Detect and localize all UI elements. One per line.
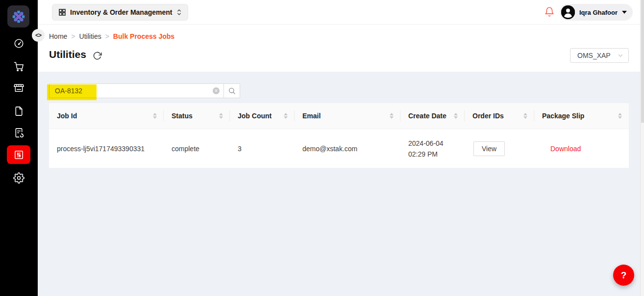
chevron-down-icon bbox=[618, 53, 623, 58]
refresh-icon bbox=[93, 51, 102, 60]
search-input-box: ✕ bbox=[49, 83, 223, 98]
column-header-status[interactable]: Status bbox=[164, 103, 230, 129]
download-link[interactable]: Download bbox=[550, 145, 581, 153]
user-name: Iqra Ghafoor bbox=[579, 9, 618, 16]
chevron-down-icon bbox=[622, 11, 627, 14]
sidebar-item-bulk-reports[interactable] bbox=[13, 127, 25, 138]
column-header-email[interactable]: Email bbox=[295, 103, 400, 129]
search-icon bbox=[228, 87, 236, 95]
collapse-arrows-icon: <> bbox=[35, 32, 41, 39]
app-switcher-button[interactable]: Inventory & Order Management bbox=[52, 4, 188, 21]
top-bar: Inventory & Order Management Iqra Ghafoo… bbox=[38, 0, 640, 25]
app-switcher-label: Inventory & Order Management bbox=[70, 8, 173, 16]
utilities-sliders-icon bbox=[13, 149, 25, 161]
sort-icon bbox=[523, 113, 527, 119]
sidebar-item-utilities-active[interactable] bbox=[7, 145, 30, 164]
app-grid-icon bbox=[58, 8, 66, 16]
breadcrumb: Home > Utilities > Bulk Process Jobs bbox=[49, 32, 174, 40]
table-row: process-lj5vi1717493390331 complete 3 de… bbox=[49, 129, 629, 168]
sidebar-item-settings[interactable] bbox=[13, 172, 25, 184]
cart-icon bbox=[13, 61, 25, 72]
sort-icon bbox=[618, 113, 622, 119]
sort-icon bbox=[390, 113, 394, 119]
view-button[interactable]: View bbox=[473, 141, 505, 156]
cell-job-id: process-lj5vi1717493390331 bbox=[49, 129, 164, 168]
clear-search-icon[interactable]: ✕ bbox=[213, 87, 220, 94]
workspace-select-value: OMS_XAP bbox=[577, 52, 611, 59]
job-search-bar: ✕ bbox=[49, 83, 240, 98]
refresh-button[interactable] bbox=[93, 51, 102, 60]
sort-icon bbox=[454, 113, 458, 119]
store-icon bbox=[13, 82, 25, 93]
xstak-logo[interactable] bbox=[7, 5, 29, 27]
swap-vertical-icon bbox=[176, 9, 182, 16]
column-header-job-id[interactable]: Job Id bbox=[49, 103, 164, 129]
app-root: <> Inventory & Order Management bbox=[0, 0, 644, 296]
workspace-select[interactable]: OMS_XAP bbox=[570, 48, 629, 63]
notification-bell-icon[interactable] bbox=[544, 6, 555, 18]
table-header: Job Id Status Job Count Email Create Dat… bbox=[49, 103, 629, 129]
settings-gear-icon bbox=[13, 172, 25, 184]
sidebar-collapse-toggle[interactable]: <> bbox=[32, 29, 45, 42]
sidebar-item-documents[interactable] bbox=[13, 105, 25, 117]
page-title: Utilities bbox=[49, 49, 86, 60]
breadcrumb-bulk-process-jobs[interactable]: Bulk Process Jobs bbox=[113, 32, 174, 40]
scrollbar-thumb[interactable] bbox=[641, 0, 644, 123]
sidebar bbox=[0, 0, 38, 296]
sort-icon bbox=[219, 113, 223, 119]
cell-job-count: 3 bbox=[230, 129, 295, 168]
sidebar-item-dashboard[interactable] bbox=[13, 37, 25, 49]
question-mark-icon: ? bbox=[621, 270, 627, 281]
cell-email: demo@xstak.com bbox=[295, 129, 400, 168]
breadcrumb-home[interactable]: Home bbox=[49, 32, 67, 40]
search-button[interactable] bbox=[223, 83, 240, 98]
sort-icon bbox=[153, 113, 157, 119]
sidebar-item-store[interactable] bbox=[13, 81, 25, 93]
document-icon bbox=[13, 106, 25, 117]
column-header-job-count[interactable]: Job Count bbox=[230, 103, 295, 129]
help-button[interactable]: ? bbox=[613, 265, 634, 286]
person-icon bbox=[561, 5, 575, 19]
cell-package-slip: Download bbox=[534, 129, 629, 168]
column-header-order-ids[interactable]: Order IDs bbox=[465, 103, 534, 129]
dashboard-gauge-icon bbox=[13, 38, 25, 49]
sidebar-item-orders[interactable] bbox=[13, 60, 25, 72]
breadcrumb-utilities[interactable]: Utilities bbox=[79, 32, 101, 40]
user-avatar bbox=[561, 5, 575, 19]
cell-create-date: 2024-06-04 02:29 PM bbox=[400, 129, 465, 168]
column-header-package-slip[interactable]: Package Slip bbox=[534, 103, 629, 129]
cell-order-ids: View bbox=[465, 129, 534, 168]
bulk-process-jobs-table: Job Id Status Job Count Email Create Dat… bbox=[49, 103, 629, 168]
sort-icon bbox=[284, 113, 288, 119]
document-sync-icon bbox=[13, 127, 25, 138]
breadcrumb-separator: > bbox=[71, 32, 75, 40]
user-menu[interactable]: Iqra Ghafoor bbox=[560, 4, 633, 21]
breadcrumb-separator: > bbox=[105, 32, 109, 40]
column-header-create-date[interactable]: Create Date bbox=[400, 103, 465, 129]
cell-status: complete bbox=[164, 129, 230, 168]
search-input[interactable] bbox=[50, 84, 223, 98]
xstak-logo-icon bbox=[11, 9, 26, 24]
page-scrollbar[interactable] bbox=[640, 0, 644, 296]
